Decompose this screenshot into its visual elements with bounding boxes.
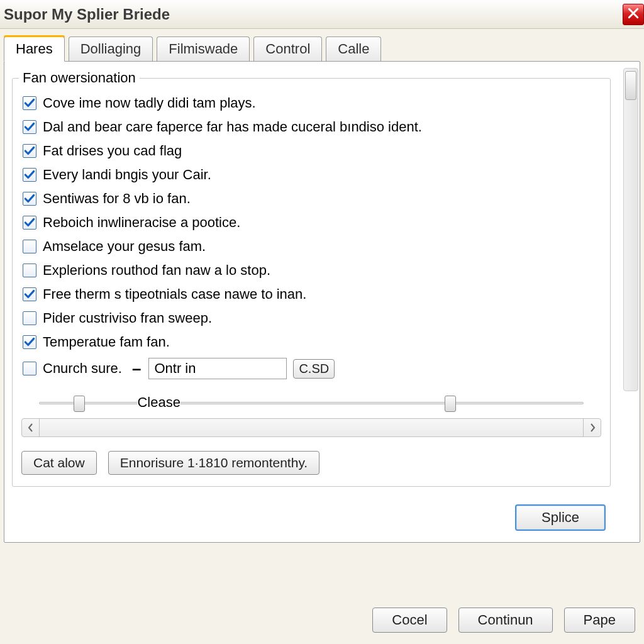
- tab-filmiswade[interactable]: Filmiswade: [157, 36, 250, 61]
- window-title: Supor My Splier Briede: [4, 6, 170, 23]
- scroll-left-button[interactable]: [22, 419, 40, 436]
- checkbox-cnurch[interactable]: [23, 362, 36, 375]
- option-row: Dal and bear care faperce far has made c…: [21, 115, 601, 139]
- option-label: Reboich inwlineracise a pootice.: [43, 214, 240, 231]
- tab-page: Fan owersionation Cove ime now tadly did…: [4, 61, 640, 543]
- option-row: Reboich inwlineracise a pootice.: [21, 211, 601, 235]
- close-button[interactable]: [623, 4, 644, 25]
- primary-action-row: Splice: [12, 504, 611, 531]
- chevron-right-icon: [589, 419, 596, 436]
- pape-button[interactable]: Pape: [564, 608, 635, 633]
- clease-slider[interactable]: Clease: [21, 392, 601, 414]
- slider-label: Clease: [137, 394, 180, 411]
- checkbox-option-2[interactable]: [23, 144, 36, 158]
- checkbox-option-6[interactable]: [23, 240, 36, 253]
- group-fan-owersionation: Fan owersionation Cove ime now tadly did…: [12, 78, 611, 487]
- checkbox-option-1[interactable]: [23, 120, 36, 134]
- tab-dolliaging[interactable]: Dolliaging: [69, 36, 153, 61]
- option-label: Temperatue fam fan.: [43, 334, 170, 350]
- cnurch-input[interactable]: [148, 358, 287, 379]
- slider-track: [39, 402, 584, 404]
- checkbox-option-3[interactable]: [23, 168, 36, 182]
- option-row: Every landi bngis your Cair.: [21, 163, 601, 187]
- inner-button-row: Cat alow Ennorisure 1·1810 remontenthy.: [21, 451, 601, 475]
- option-row: Pider custriviso fran sweep.: [21, 306, 601, 330]
- horizontal-scrollbar[interactable]: [21, 418, 601, 437]
- checkbox-option-7[interactable]: [23, 264, 36, 277]
- dash-icon: –: [132, 359, 141, 379]
- tab-strip: Hares Dolliaging Filmiswade Control Call…: [0, 29, 644, 61]
- tab-label: Calle: [338, 41, 369, 57]
- cnurch-label: Cnurch sure.: [43, 360, 122, 377]
- title-bar: Supor My Splier Briede: [0, 0, 644, 29]
- checkbox-option-9[interactable]: [23, 311, 36, 325]
- tab-label: Control: [265, 41, 310, 57]
- tab-label: Filmiswade: [169, 41, 238, 57]
- tab-hares[interactable]: Hares: [4, 36, 65, 62]
- window-body: Hares Dolliaging Filmiswade Control Call…: [0, 29, 644, 644]
- scroll-track[interactable]: [40, 419, 583, 436]
- cocel-button[interactable]: Cocel: [372, 608, 447, 633]
- close-icon: [628, 6, 639, 23]
- option-label: Dal and bear care faperce far has made c…: [43, 119, 422, 135]
- option-label: Fat drises you cad flag: [43, 143, 182, 159]
- scroll-right-button[interactable]: [583, 419, 601, 436]
- option-row: Free therm s tipeotnials case nawe to in…: [21, 282, 601, 306]
- tab-control[interactable]: Control: [253, 36, 322, 61]
- checkbox-option-0[interactable]: [23, 96, 36, 110]
- checkbox-option-10[interactable]: [23, 335, 36, 349]
- tab-label: Dolliaging: [80, 41, 142, 57]
- option-row: Fat drises you cad flag: [21, 139, 601, 163]
- option-row: Explerions routhod fan naw a lo stop.: [21, 258, 601, 282]
- option-row: Cove ime now tadly didi tam plays.: [21, 91, 601, 115]
- option-label: Cove ime now tadly didi tam plays.: [43, 95, 256, 111]
- csd-button[interactable]: C.SD: [293, 359, 335, 379]
- option-label: Amselace your gesus fam.: [43, 238, 206, 255]
- option-row: Amselace your gesus fam.: [21, 235, 601, 258]
- checkbox-option-5[interactable]: [23, 216, 36, 230]
- option-row: Temperatue fam fan.: [21, 330, 601, 354]
- option-label: Free therm s tipeotnials case nawe to in…: [43, 286, 306, 303]
- option-row: Sentiwas for 8 vb io fan.: [21, 187, 601, 211]
- slider-thumb-right[interactable]: [445, 396, 456, 412]
- dialog-button-row: Cocel Continun Pape: [372, 608, 635, 633]
- tab-calle[interactable]: Calle: [326, 36, 381, 61]
- tab-label: Hares: [16, 41, 53, 57]
- cat-alow-button[interactable]: Cat alow: [21, 451, 97, 475]
- cnurch-row: Cnurch sure. – C.SD: [21, 354, 601, 383]
- option-label: Pider custriviso fran sweep.: [43, 310, 212, 326]
- option-label: Every landi bngis your Cair.: [43, 167, 211, 183]
- splice-button[interactable]: Splice: [515, 504, 606, 531]
- checkbox-option-4[interactable]: [23, 192, 36, 206]
- option-label: Explerions routhod fan naw a lo stop.: [43, 262, 270, 279]
- checkbox-option-8[interactable]: [23, 287, 36, 301]
- scroll-thumb[interactable]: [625, 71, 636, 100]
- slider-thumb-left[interactable]: [74, 396, 85, 412]
- ennorisure-button[interactable]: Ennorisure 1·1810 remontenthy.: [108, 451, 319, 475]
- continue-button[interactable]: Continun: [458, 608, 553, 633]
- chevron-left-icon: [28, 419, 34, 436]
- group-legend: Fan owersionation: [19, 70, 140, 86]
- option-label: Sentiwas for 8 vb io fan.: [43, 191, 191, 207]
- vertical-scrollbar[interactable]: [623, 68, 638, 391]
